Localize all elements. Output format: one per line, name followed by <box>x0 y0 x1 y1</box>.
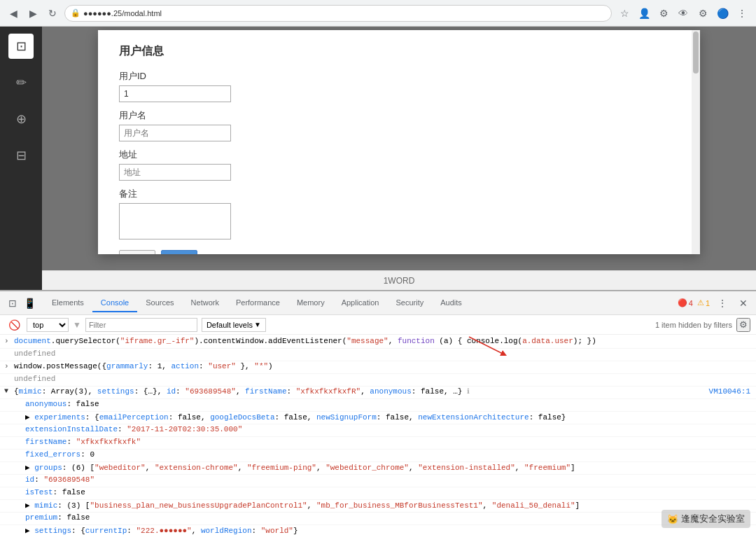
line-content: id: "693689548" <box>25 475 750 484</box>
expand-arrow[interactable]: ▼ <box>4 387 8 395</box>
browser-chrome: ◀ ▶ ↻ 🔒 ●●●●●●.25/modal.html ☆ 👤 ⚙ 👁 ⚙ 🔵… <box>0 0 756 27</box>
ext3-button[interactable]: 👁 <box>675 5 692 22</box>
context-select[interactable]: top <box>27 318 69 332</box>
tab-security[interactable]: Security <box>387 294 432 312</box>
watermark: 🐱 逢魔安全实验室 <box>662 510 750 528</box>
tab-memory[interactable]: Memory <box>288 294 333 312</box>
username-group: 用户名 <box>119 109 679 141</box>
red-arrow-svg <box>462 335 518 361</box>
tab-application[interactable]: Application <box>333 294 388 312</box>
forward-button[interactable]: ▶ <box>25 6 41 21</box>
line-content: isTest: false <box>25 488 750 496</box>
ext1-button[interactable]: 👤 <box>636 5 652 22</box>
refresh-button[interactable]: ↻ <box>45 6 60 21</box>
console-line: premium: false <box>0 513 756 525</box>
inspect-icon[interactable]: ⊡ <box>4 295 21 312</box>
warning-badge: ⚠ 1 <box>697 298 710 307</box>
tab-audits[interactable]: Audits <box>432 294 470 312</box>
line-content: ▶ experiments: {emailPerception: false, … <box>25 412 750 422</box>
sidebar-pen-icon[interactable]: ✏ <box>8 70 34 95</box>
prompt-icon: › <box>4 337 9 345</box>
error-badge: 🔴 4 <box>678 298 693 307</box>
context-arrow: ▼ <box>73 320 81 330</box>
filter-input[interactable] <box>85 318 197 332</box>
line-content: fixed_errors: 0 <box>25 450 750 459</box>
line-content: document.querySelector("iframe.gr_-ifr")… <box>14 337 750 345</box>
console-clear-btn[interactable]: 🚫 <box>6 317 22 333</box>
sidebar-home-icon[interactable]: ⊡ <box>8 34 34 59</box>
hidden-msg: 1 item hidden by filters <box>655 321 732 329</box>
tab-elements[interactable]: Elements <box>43 294 92 312</box>
console-output[interactable]: › document.querySelector("iframe.gr_-ifr… <box>0 335 756 535</box>
ext5-button[interactable]: 🔵 <box>714 5 731 22</box>
console-line: anonymous: false <box>0 399 756 412</box>
console-line: ▶ mimic: (3) ["business_plan_new_busines… <box>0 500 756 513</box>
address-label: 地址 <box>119 148 679 161</box>
devtools-toolbar: ⊡ 📱 Elements Console Sources Network Per… <box>0 291 756 315</box>
userid-group: 用户ID <box>119 70 679 102</box>
url-text: ●●●●●●.25/modal.html <box>83 9 162 18</box>
modal-title: 用户信息 <box>119 44 679 59</box>
userid-input[interactable] <box>119 85 231 102</box>
sidebar-search-icon[interactable]: ⊕ <box>8 106 34 132</box>
menu-button[interactable]: ⋮ <box>734 5 750 22</box>
console-line: ▶ settings: {currentIp: "222.●●●●●●", wo… <box>0 525 756 535</box>
console-line: firstName: "xfkxfkxfkxfk" <box>0 437 756 450</box>
notes-input[interactable] <box>119 203 231 239</box>
tab-console[interactable]: Console <box>92 294 137 312</box>
line-content: window.postMessage({grammarly: 1, action… <box>14 362 750 370</box>
footer-text: 1WORD <box>384 276 415 286</box>
console-line: › document.querySelector("iframe.gr_-ifr… <box>0 336 756 349</box>
devtools-close-btn[interactable]: ✕ <box>735 295 752 312</box>
console-line: fixed_errors: 0 <box>0 450 756 462</box>
device-icon[interactable]: 📱 <box>21 295 38 312</box>
levels-text: Default levels <box>206 321 253 329</box>
notes-label: 备注 <box>119 188 679 200</box>
modal-scrollbar-thumb <box>693 32 699 74</box>
console-line: isTest: false <box>0 487 756 500</box>
sidebar: ⊡ ✏ ⊕ ⊟ <box>0 27 42 290</box>
ext2-button[interactable]: ⚙ <box>655 5 672 22</box>
line-source[interactable]: VM10046:1 <box>704 387 750 396</box>
line-content: {mimic: Array(3), settings: {…}, id: "69… <box>14 387 704 396</box>
svg-line-0 <box>469 337 504 354</box>
watermark-text: 逢魔安全实验室 <box>681 513 745 525</box>
back-button[interactable]: ◀ <box>6 6 21 21</box>
console-settings-btn[interactable]: ⚙ <box>736 318 750 332</box>
page-footer: 1WORD <box>42 270 756 290</box>
close-button[interactable]: 关闭 <box>119 250 155 254</box>
modal-dialog: 用户信息 用户ID 用户名 地址 备注 <box>98 30 700 254</box>
address-bar[interactable]: 🔒 ●●●●●●.25/modal.html <box>64 5 612 22</box>
console-bar: 🚫 top ▼ Default levels ▼ 1 item hidden b… <box>0 315 756 335</box>
address-input[interactable] <box>119 164 231 181</box>
sidebar-book-icon[interactable]: ⊟ <box>8 143 34 168</box>
browser-actions: ☆ 👤 ⚙ 👁 ⚙ 🔵 ⋮ <box>616 5 750 22</box>
console-line: › window.postMessage({grammarly: 1, acti… <box>0 361 756 374</box>
line-content: ▶ groups: (6) ["webeditor", "extension-c… <box>25 463 750 472</box>
console-line: id: "693689548" <box>0 475 756 487</box>
ext4-button[interactable]: ⚙ <box>694 5 711 22</box>
page-content: 用户信息 用户ID 用户名 地址 备注 <box>42 27 756 290</box>
levels-chevron: ▼ <box>254 321 261 328</box>
console-line: ▼ {mimic: Array(3), settings: {…}, id: "… <box>0 387 756 399</box>
tab-network[interactable]: Network <box>183 294 227 312</box>
notes-group: 备注 <box>119 188 679 242</box>
line-content: undefined <box>14 375 750 383</box>
lock-icon: 🔒 <box>71 8 80 18</box>
watermark-icon: 🐱 <box>667 514 678 524</box>
levels-button[interactable]: Default levels ▼ <box>202 318 266 332</box>
address-group: 地址 <box>119 148 679 181</box>
line-content: ▶ settings: {currentIp: "222.●●●●●●", wo… <box>25 526 750 535</box>
username-input[interactable] <box>119 125 231 141</box>
tab-performance[interactable]: Performance <box>227 294 288 312</box>
modal-scrollbar[interactable] <box>692 30 700 254</box>
tab-sources[interactable]: Sources <box>137 294 182 312</box>
submit-button[interactable]: 提交 <box>161 250 197 254</box>
devtools-more-btn[interactable]: ⋮ <box>714 295 731 312</box>
devtools-toolbar-right: 🔴 4 ⚠ 1 ⋮ ✕ <box>678 295 752 312</box>
devtools-icons-left: ⊡ 📱 <box>4 295 38 312</box>
devtools-panel: ⊡ 📱 Elements Console Sources Network Per… <box>0 290 756 535</box>
username-label: 用户名 <box>119 109 679 122</box>
console-line: undefined <box>0 374 756 387</box>
bookmark-button[interactable]: ☆ <box>616 5 633 22</box>
